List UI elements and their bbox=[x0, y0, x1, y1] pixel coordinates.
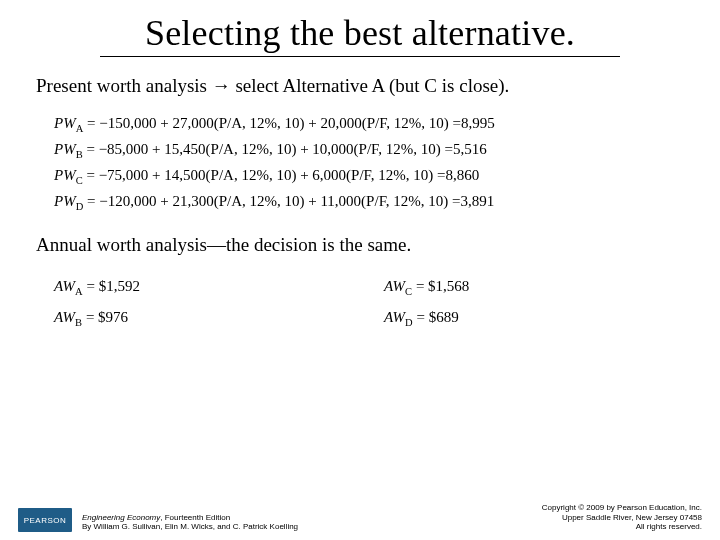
pw-equations: PWA = −150,000 + 27,000(P/A, 12%, 10) + … bbox=[54, 115, 684, 212]
aw-c-label: AW bbox=[384, 278, 405, 294]
aw-d-label: AW bbox=[384, 309, 405, 325]
aw-b-label: AW bbox=[54, 309, 75, 325]
pw-d-label: PW bbox=[54, 193, 76, 209]
pw-b-expr: = −85,000 + 15,450(P/A, 12%, 10) + 10,00… bbox=[83, 141, 453, 157]
pw-d-result: 3,891 bbox=[460, 193, 494, 209]
aw-equations: AWA = $1,592 AWC = $1,568 AWB = $976 AWD… bbox=[54, 272, 684, 334]
pw-b-result: 5,516 bbox=[453, 141, 487, 157]
pw-a-result: 8,995 bbox=[461, 115, 495, 131]
aw-a-label: AW bbox=[54, 278, 75, 294]
copyright-text: Copyright © 2009 by Pearson Education, I… bbox=[542, 503, 702, 532]
pw-c-result: 8,860 bbox=[445, 167, 479, 183]
book-credits: Engineering Economy, Fourteenth Edition … bbox=[82, 513, 542, 532]
pw-b: PWB = −85,000 + 15,450(P/A, 12%, 10) + 1… bbox=[54, 141, 684, 160]
aw-a-eq: = $1,592 bbox=[83, 278, 140, 294]
aw-b-eq: = $976 bbox=[82, 309, 128, 325]
aw-d: AWD = $689 bbox=[384, 309, 684, 328]
pw-a-expr: = −150,000 + 27,000(P/A, 12%, 10) + 20,0… bbox=[83, 115, 461, 131]
pw-c: PWC = −75,000 + 14,500(P/A, 12%, 10) + 6… bbox=[54, 167, 684, 186]
aw-a-sub: A bbox=[75, 286, 83, 297]
aw-c: AWC = $1,568 bbox=[384, 278, 684, 297]
aw-a: AWA = $1,592 bbox=[54, 278, 354, 297]
pw-c-sub: C bbox=[76, 175, 83, 186]
pw-c-label: PW bbox=[54, 167, 76, 183]
footer: PEARSON Engineering Economy, Fourteenth … bbox=[0, 503, 720, 532]
aw-d-eq: = $689 bbox=[413, 309, 459, 325]
slide-title: Selecting the best alternative. bbox=[100, 10, 620, 57]
book-authors: By William G. Sullivan, Elin M. Wicks, a… bbox=[82, 522, 298, 531]
pw-c-expr: = −75,000 + 14,500(P/A, 12%, 10) + 6,000… bbox=[83, 167, 446, 183]
intro-present-worth: Present worth analysis → select Alternat… bbox=[36, 75, 684, 97]
book-edition: , Fourteenth Edition bbox=[160, 513, 230, 522]
pw-a: PWA = −150,000 + 27,000(P/A, 12%, 10) + … bbox=[54, 115, 684, 134]
intro-annual-worth: Annual worth analysis—the decision is th… bbox=[36, 234, 684, 256]
aw-d-sub: D bbox=[405, 317, 413, 328]
pw-b-label: PW bbox=[54, 141, 76, 157]
pw-d: PWD = −120,000 + 21,300(P/A, 12%, 10) + … bbox=[54, 193, 684, 212]
slide: Selecting the best alternative. Present … bbox=[0, 0, 720, 540]
pw-a-label: PW bbox=[54, 115, 76, 131]
pearson-logo: PEARSON bbox=[18, 508, 72, 532]
book-title: Engineering Economy bbox=[82, 513, 160, 522]
aw-b: AWB = $976 bbox=[54, 309, 354, 328]
pw-b-sub: B bbox=[76, 149, 83, 160]
aw-c-eq: = $1,568 bbox=[412, 278, 469, 294]
pw-d-expr: = −120,000 + 21,300(P/A, 12%, 10) + 11,0… bbox=[83, 193, 460, 209]
